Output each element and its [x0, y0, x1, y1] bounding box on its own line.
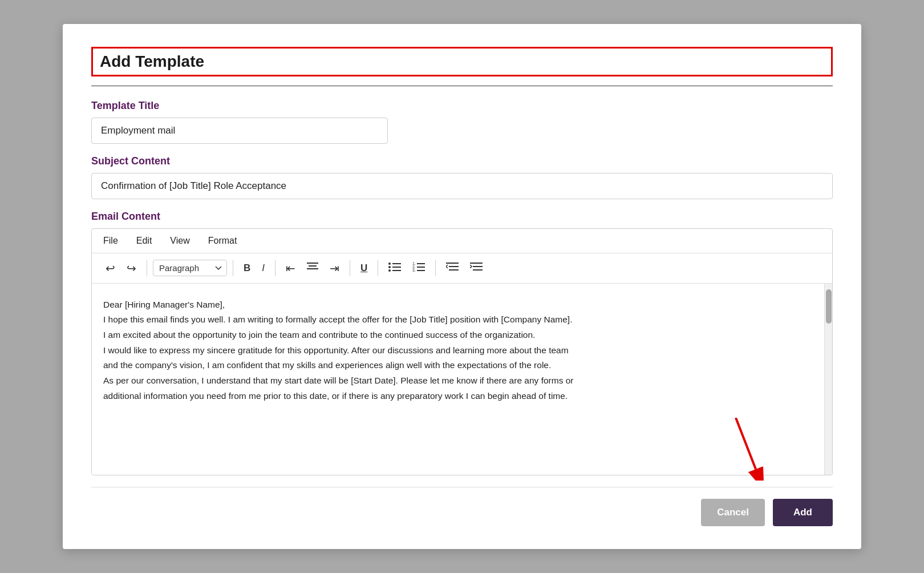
- align-center-icon: [307, 261, 318, 275]
- toolbar-sep-6: [435, 260, 436, 276]
- underline-icon: U: [360, 263, 367, 274]
- subject-content-section: Subject Content: [91, 155, 833, 199]
- bullet-list-icon: [388, 261, 401, 275]
- numbered-list-button[interactable]: 1. 2. 3.: [408, 258, 429, 278]
- template-title-section: Template Title: [91, 100, 833, 144]
- menu-file[interactable]: File: [101, 235, 120, 247]
- svg-point-3: [388, 263, 391, 265]
- indent-button[interactable]: [465, 258, 487, 278]
- menu-view[interactable]: View: [168, 235, 192, 247]
- editor-line-1: Dear [Hiring Manager's Name],: [103, 297, 813, 313]
- modal-title: Add Template: [91, 47, 833, 76]
- header-divider: [91, 86, 833, 86]
- editor-line-2: I hope this email finds you well. I am w…: [103, 312, 813, 328]
- editor-line-7: additional information you need from me …: [103, 389, 813, 404]
- toolbar-sep-1: [147, 260, 147, 276]
- editor-line-6: As per our conversation, I understand th…: [103, 373, 813, 389]
- align-right-button[interactable]: ⇥: [325, 258, 344, 279]
- editor-line-4: I would like to express my sincere grati…: [103, 343, 813, 358]
- bullet-list-button[interactable]: [384, 258, 406, 278]
- paragraph-style-select[interactable]: Paragraph Heading 1 Heading 2 Heading 3: [153, 260, 227, 276]
- bold-button[interactable]: B: [239, 259, 255, 277]
- menu-edit[interactable]: Edit: [134, 235, 155, 247]
- undo-button[interactable]: ↩: [101, 258, 120, 279]
- editor-line-3: I am excited about the opportunity to jo…: [103, 328, 813, 343]
- toolbar-sep-2: [233, 260, 233, 276]
- modal-overlay: Add Template Template Title Subject Cont…: [0, 0, 924, 573]
- menu-format[interactable]: Format: [206, 235, 240, 247]
- align-center-button[interactable]: [302, 258, 323, 278]
- add-template-modal: Add Template Template Title Subject Cont…: [63, 24, 861, 549]
- editor-content-area[interactable]: Dear [Hiring Manager's Name], I hope thi…: [92, 284, 832, 475]
- svg-point-7: [388, 269, 391, 272]
- toolbar-sep-3: [275, 260, 275, 276]
- email-content-section: Email Content File Edit View Format ↩ ↪: [91, 211, 833, 475]
- align-left-button[interactable]: ⇤: [281, 258, 300, 279]
- align-left-icon: ⇤: [286, 261, 295, 275]
- outdent-button[interactable]: [441, 258, 463, 278]
- add-button[interactable]: Add: [773, 499, 833, 526]
- email-content-label: Email Content: [91, 211, 833, 223]
- indent-icon: [470, 261, 483, 275]
- subject-content-label: Subject Content: [91, 155, 833, 167]
- redo-icon: ↪: [127, 261, 136, 275]
- italic-button[interactable]: I: [257, 259, 269, 277]
- toolbar-sep-4: [350, 260, 350, 276]
- outdent-icon: [446, 261, 459, 275]
- editor-scrollbar[interactable]: [824, 284, 832, 475]
- editor-menu-bar: File Edit View Format: [92, 229, 832, 253]
- cancel-button[interactable]: Cancel: [701, 499, 765, 526]
- italic-icon: I: [262, 263, 265, 274]
- svg-text:3.: 3.: [412, 268, 416, 272]
- template-title-input[interactable]: [91, 118, 388, 144]
- template-title-label: Template Title: [91, 100, 833, 112]
- undo-icon: ↩: [106, 261, 115, 275]
- redo-button[interactable]: ↪: [122, 258, 141, 279]
- email-editor: File Edit View Format ↩ ↪ Paragraph: [91, 228, 833, 475]
- editor-scrollbar-thumb: [826, 289, 832, 324]
- editor-line-5: and the company's vision, I am confident…: [103, 358, 813, 373]
- numbered-list-icon: 1. 2. 3.: [412, 261, 425, 275]
- editor-text-body[interactable]: Dear [Hiring Manager's Name], I hope thi…: [92, 284, 824, 475]
- modal-footer: Cancel Add: [91, 487, 833, 526]
- align-right-icon: ⇥: [330, 261, 339, 275]
- modal-header: Add Template: [91, 47, 833, 86]
- underline-button[interactable]: U: [356, 259, 372, 277]
- toolbar-sep-5: [378, 260, 378, 276]
- bold-icon: B: [244, 263, 250, 274]
- editor-toolbar: ↩ ↪ Paragraph Heading 1 Heading 2 Headin…: [92, 253, 832, 284]
- svg-point-5: [388, 266, 391, 268]
- subject-content-input[interactable]: [91, 173, 833, 199]
